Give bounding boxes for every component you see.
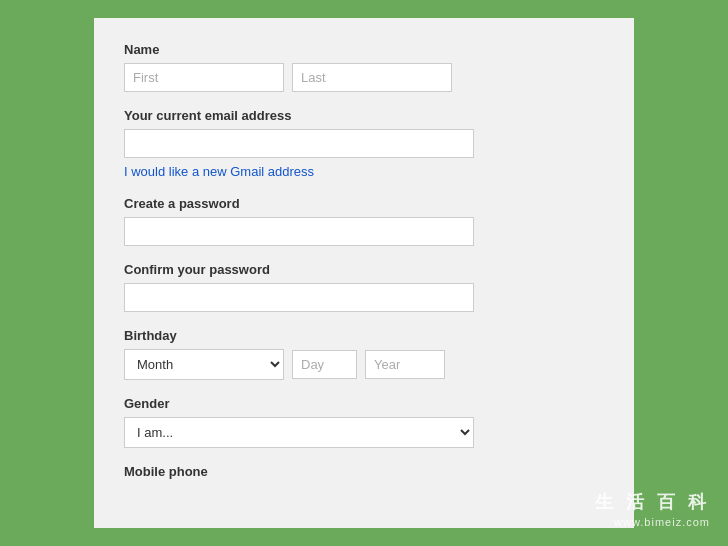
email-label: Your current email address xyxy=(124,108,604,123)
gender-select[interactable]: I am... Male Female Other xyxy=(124,417,474,448)
signup-form: Name Your current email address I would … xyxy=(94,18,634,528)
password-field-group: Create a password xyxy=(124,196,604,246)
email-input[interactable] xyxy=(124,129,474,158)
page-background: Name Your current email address I would … xyxy=(0,0,728,546)
last-name-input[interactable] xyxy=(292,63,452,92)
first-name-input[interactable] xyxy=(124,63,284,92)
confirm-password-label: Confirm your password xyxy=(124,262,604,277)
month-select[interactable]: Month January February March April May J… xyxy=(124,349,284,380)
gender-label: Gender xyxy=(124,396,604,411)
year-input[interactable] xyxy=(365,350,445,379)
name-row xyxy=(124,63,604,92)
mobile-field-group: Mobile phone xyxy=(124,464,604,479)
birthday-label: Birthday xyxy=(124,328,604,343)
gmail-link[interactable]: I would like a new Gmail address xyxy=(124,164,314,179)
email-field-group: Your current email address I would like … xyxy=(124,108,604,180)
mobile-label: Mobile phone xyxy=(124,464,604,479)
confirm-password-field-group: Confirm your password xyxy=(124,262,604,312)
day-input[interactable] xyxy=(292,350,357,379)
birthday-field-group: Birthday Month January February March Ap… xyxy=(124,328,604,380)
confirm-password-input[interactable] xyxy=(124,283,474,312)
gender-field-group: Gender I am... Male Female Other xyxy=(124,396,604,448)
name-field-group: Name xyxy=(124,42,604,92)
password-input[interactable] xyxy=(124,217,474,246)
watermark-url: www.bimeiz.com xyxy=(614,516,710,528)
watermark: 生 活 百 科 www.bimeiz.com xyxy=(595,490,710,528)
watermark-text: 生 活 百 科 xyxy=(595,490,710,514)
name-label: Name xyxy=(124,42,604,57)
birthday-row: Month January February March April May J… xyxy=(124,349,604,380)
password-label: Create a password xyxy=(124,196,604,211)
